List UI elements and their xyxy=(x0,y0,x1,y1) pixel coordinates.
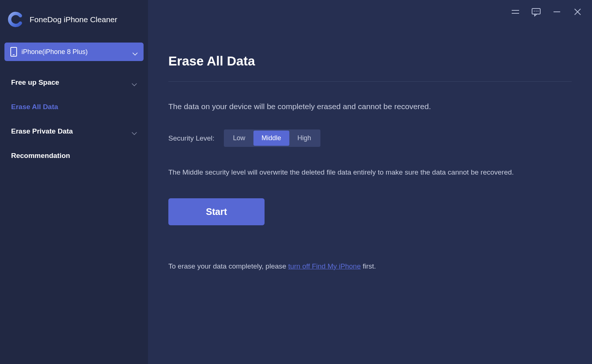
note-prefix: To erase your data completely, please xyxy=(168,262,288,270)
sidebar-item-recommendation[interactable]: Recommendation xyxy=(0,144,148,168)
close-icon[interactable] xyxy=(572,7,583,17)
note-suffix: first. xyxy=(361,262,376,270)
find-my-iphone-note: To erase your data completely, please tu… xyxy=(168,262,572,270)
titlebar-controls xyxy=(510,7,583,17)
security-level-high[interactable]: High xyxy=(289,131,319,146)
menu-icon[interactable] xyxy=(510,7,521,17)
sidebar-item-label: Erase Private Data xyxy=(11,127,73,135)
phone-icon xyxy=(10,47,17,57)
chevron-down-icon xyxy=(132,50,138,53)
minimize-icon[interactable] xyxy=(552,7,562,17)
chevron-down-icon xyxy=(132,130,137,133)
chevron-down-icon xyxy=(132,81,137,84)
main-area: Erase All Data The data on your device w… xyxy=(148,0,592,364)
security-level-description: The Middle security level will overwrite… xyxy=(168,167,572,178)
page-title: Erase All Data xyxy=(168,54,572,82)
security-level-low[interactable]: Low xyxy=(225,131,253,146)
sidebar-item-label: Free up Space xyxy=(11,78,59,87)
start-button[interactable]: Start xyxy=(168,198,265,225)
warning-text: The data on your device will be complete… xyxy=(168,102,572,111)
sidebar: FoneDog iPhone Cleaner iPhone(iPhone 8 P… xyxy=(0,0,148,364)
app-logo-section: FoneDog iPhone Cleaner xyxy=(0,11,148,43)
svg-point-3 xyxy=(534,11,535,11)
app-logo-icon xyxy=(7,11,24,28)
content-area: Erase All Data The data on your device w… xyxy=(148,0,592,270)
sidebar-item-label: Erase All Data xyxy=(11,103,58,111)
security-level-group: Low Middle High xyxy=(224,129,320,147)
sidebar-item-label: Recommendation xyxy=(11,152,70,160)
app-title: FoneDog iPhone Cleaner xyxy=(30,15,117,24)
feedback-icon[interactable] xyxy=(531,7,541,17)
sidebar-item-erase-private-data[interactable]: Erase Private Data xyxy=(0,119,148,144)
svg-point-4 xyxy=(536,11,536,11)
security-level-label: Security Level: xyxy=(168,134,215,142)
security-level-row: Security Level: Low Middle High xyxy=(168,129,572,147)
device-selector-label: iPhone(iPhone 8 Plus) xyxy=(21,48,132,56)
device-selector[interactable]: iPhone(iPhone 8 Plus) xyxy=(4,43,144,61)
turn-off-find-my-iphone-link[interactable]: turn off Find My iPhone xyxy=(288,262,361,270)
security-level-middle[interactable]: Middle xyxy=(253,131,289,146)
sidebar-item-free-up-space[interactable]: Free up Space xyxy=(0,70,148,95)
sidebar-item-erase-all-data[interactable]: Erase All Data xyxy=(0,95,148,119)
svg-point-5 xyxy=(538,11,538,11)
